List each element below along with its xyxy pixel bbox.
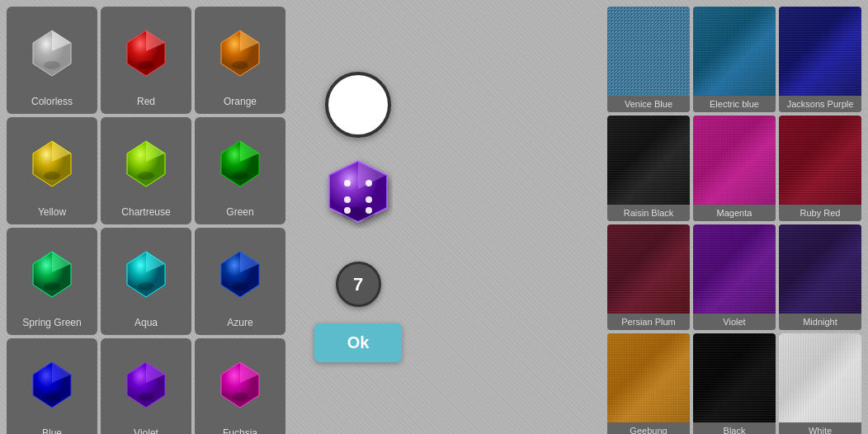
dice-red[interactable]: Red <box>101 7 191 114</box>
svg-point-32 <box>138 393 154 401</box>
gem-violet <box>117 347 175 422</box>
fabric-magenta[interactable]: Magenta <box>693 116 776 221</box>
svg-point-35 <box>232 393 248 401</box>
dice-blue[interactable]: Blue <box>7 338 97 434</box>
svg-point-41 <box>344 196 351 203</box>
svg-point-2 <box>44 61 60 69</box>
preview-color-circle <box>325 72 391 138</box>
svg-point-8 <box>232 61 248 69</box>
fabric-ruby-red-label: Ruby Red <box>779 205 861 221</box>
swatch-ruby-red <box>779 116 861 205</box>
dice-yellow-label: Yellow <box>38 206 66 218</box>
svg-point-11 <box>44 172 60 180</box>
fabric-midnight[interactable]: Midnight <box>779 224 861 330</box>
gem-orange <box>211 15 269 91</box>
swatch-white <box>779 333 861 422</box>
swatch-persian-plum <box>607 224 690 314</box>
fabric-black[interactable]: Black <box>693 333 776 434</box>
dice-color-grid: Colorless Red <box>0 0 292 434</box>
svg-point-42 <box>366 196 372 203</box>
swatch-magenta <box>693 116 776 205</box>
svg-point-43 <box>344 207 351 214</box>
fabric-persian-plum-label: Persian Plum <box>607 314 690 330</box>
number-badge: 7 <box>336 262 381 307</box>
dice-green[interactable]: Green <box>195 117 285 224</box>
ok-button[interactable]: Ok <box>314 323 403 362</box>
dice-aqua-label: Aqua <box>134 317 158 328</box>
fabric-raisin-black[interactable]: Raisin Black <box>607 116 690 221</box>
gem-red <box>117 15 175 91</box>
swatch-violet <box>693 224 776 314</box>
dice-fuchsia[interactable]: Fuchsia <box>195 338 285 434</box>
dice-fuchsia-label: Fuchsia <box>223 427 257 434</box>
fabric-geebung[interactable]: Geebung <box>607 333 690 434</box>
svg-point-14 <box>138 172 154 180</box>
swatch-geebung <box>607 333 690 422</box>
fabric-violet-label: Violet <box>693 314 776 330</box>
gem-yellow <box>23 125 81 201</box>
dice-aqua[interactable]: Aqua <box>101 228 191 335</box>
fabric-venice-blue-label: Venice Blue <box>607 96 690 112</box>
fabric-venice-blue[interactable]: Venice Blue <box>607 7 690 112</box>
svg-point-5 <box>138 61 154 69</box>
center-panel: 7 Ok <box>292 0 424 434</box>
fabric-raisin-black-label: Raisin Black <box>607 205 690 221</box>
svg-point-44 <box>366 207 372 214</box>
fabric-persian-plum[interactable]: Persian Plum <box>607 224 690 330</box>
dice-orange-label: Orange <box>224 96 257 107</box>
svg-point-39 <box>344 180 351 186</box>
fabric-violet[interactable]: Violet <box>693 224 776 330</box>
svg-point-26 <box>232 282 248 290</box>
swatch-jacksons-purple <box>779 7 861 96</box>
swatch-black <box>693 333 776 422</box>
gem-fuchsia <box>211 347 269 422</box>
dice-colorless-label: Colorless <box>31 96 73 107</box>
dice-blue-label: Blue <box>42 427 62 434</box>
dice-violet[interactable]: Violet <box>101 338 191 434</box>
svg-point-40 <box>366 180 372 186</box>
gem-aqua <box>117 236 175 312</box>
gem-chartreuse <box>117 125 175 201</box>
dice-spring-green[interactable]: Spring Green <box>7 228 97 335</box>
dice-colorless[interactable]: Colorless <box>7 7 97 114</box>
dice-yellow[interactable]: Yellow <box>7 117 97 224</box>
fabric-ruby-red[interactable]: Ruby Red <box>779 116 861 221</box>
number-badge-value: 7 <box>353 274 363 295</box>
svg-point-20 <box>44 282 60 290</box>
svg-point-23 <box>138 282 154 290</box>
gem-colorless <box>23 15 81 91</box>
fabric-jacksons-purple-label: Jacksons Purple <box>779 96 861 112</box>
dice-green-label: Green <box>226 206 253 218</box>
swatch-venice-blue <box>607 7 690 96</box>
dice-spring-green-label: Spring Green <box>22 317 81 328</box>
fabric-electric-blue[interactable]: Electric blue <box>693 7 776 112</box>
fabric-electric-blue-label: Electric blue <box>693 96 776 112</box>
dice-chartreuse-label: Chartreuse <box>121 206 170 218</box>
svg-point-29 <box>44 393 60 401</box>
dice-violet-label: Violet <box>134 427 158 434</box>
fabric-color-grid: Venice Blue Electric blue Jacksons Purpl… <box>601 0 868 434</box>
swatch-midnight <box>779 224 861 314</box>
dice-azure[interactable]: Azure <box>195 228 285 335</box>
preview-dice-3d <box>313 154 403 245</box>
fabric-geebung-label: Geebung <box>607 422 690 434</box>
gem-blue <box>23 347 81 422</box>
fabric-jacksons-purple[interactable]: Jacksons Purple <box>779 7 861 112</box>
dice-chartreuse[interactable]: Chartreuse <box>101 117 191 224</box>
fabric-white[interactable]: White <box>779 333 861 434</box>
fabric-black-label: Black <box>693 422 776 434</box>
fabric-white-label: White <box>779 422 861 434</box>
swatch-raisin-black <box>607 116 690 205</box>
gem-green <box>211 125 269 201</box>
dice-azure-label: Azure <box>227 317 252 328</box>
gem-spring-green <box>23 236 81 312</box>
dice-orange[interactable]: Orange <box>195 7 285 114</box>
fabric-midnight-label: Midnight <box>779 314 861 330</box>
gem-azure <box>211 236 269 312</box>
dice-red-label: Red <box>137 96 155 107</box>
swatch-electric-blue <box>693 7 776 96</box>
fabric-magenta-label: Magenta <box>693 205 776 221</box>
svg-point-17 <box>232 172 248 180</box>
